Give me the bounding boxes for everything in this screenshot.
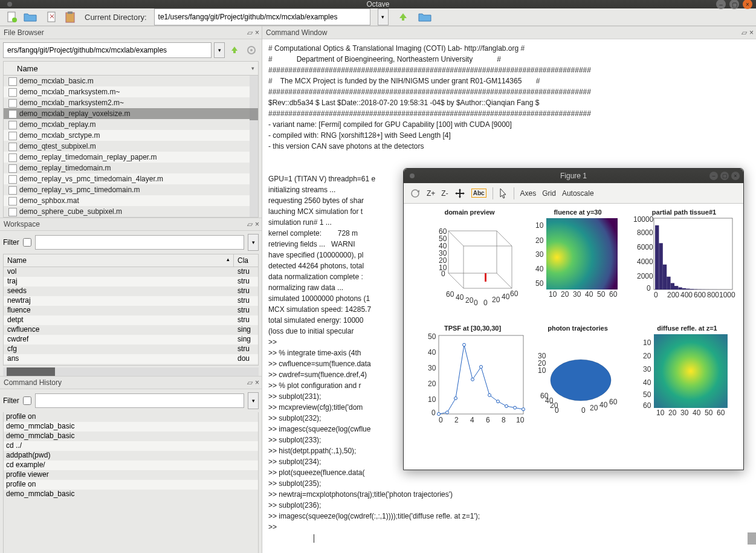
axes-button[interactable]: Axes [520,189,537,198]
workspace-header: Workspace ▱× [0,218,262,231]
figure-maximize-icon[interactable]: ▢ [720,172,729,180]
workspace-row[interactable]: trajstru [4,277,258,286]
figure-window[interactable]: Figure 1 – ▢ × Z+ Z- Abc Axes Grid Autos… [403,168,744,470]
file-list-scrollbar[interactable] [250,76,258,217]
path-up-icon[interactable] [227,43,242,57]
current-dir-input[interactable] [154,8,370,25]
text-icon[interactable]: Abc [471,189,486,198]
svg-text:400: 400 [680,291,693,299]
workspace-row[interactable]: volstru [4,267,258,277]
workspace-row[interactable]: detptstru [4,315,258,325]
grid-button[interactable]: Grid [542,189,556,198]
window-minimize-icon[interactable]: – [716,0,726,9]
file-row[interactable]: demo_mcxlab_basic.m [4,76,258,86]
dir-browse-icon[interactable] [418,10,432,24]
copy-icon[interactable] [45,10,59,24]
open-folder-icon[interactable] [23,10,37,24]
svg-text:60: 60 [643,401,651,410]
command-scrollbar[interactable] [748,39,756,553]
history-row[interactable]: profile viewer [4,470,258,480]
svg-text:6: 6 [486,416,490,424]
workspace-row[interactable]: cwdrefsing [4,335,258,344]
pane-close-icon[interactable]: × [749,28,754,37]
svg-text:0: 0 [474,299,478,306]
ws-col-class[interactable]: Cla [234,254,258,267]
workspace-row[interactable]: cwfluencesing [4,325,258,335]
path-dropdown-icon[interactable]: ▾ [214,42,225,58]
figure-minimize-icon[interactable]: – [709,172,718,180]
workspace-row[interactable]: cfgstru [4,344,258,354]
file-row[interactable]: demo_qtest_subpixel.m [4,141,258,152]
figure-titlebar[interactable]: Figure 1 – ▢ × [404,169,743,183]
paste-icon[interactable] [63,10,77,24]
history-row[interactable]: cd ../ [4,441,258,451]
hist-filter-checkbox[interactable] [23,396,31,405]
titlebar-dot-icon [7,2,12,7]
pane-undock-icon[interactable]: ▱ [247,378,253,387]
workspace-table-header[interactable]: Name Cla [3,254,259,267]
file-browser-path-input[interactable] [3,42,212,58]
window-maximize-icon[interactable]: ▢ [729,0,739,9]
history-row[interactable]: demo_mmclab_basic [4,422,258,432]
new-file-icon[interactable] [5,10,19,24]
file-row[interactable]: demo_replay_timedomain_replay_paper.m [4,152,258,163]
path-gear-icon[interactable] [244,43,259,57]
file-row[interactable]: demo_mcxlab_replay.m [4,119,258,130]
ws-filter-dropdown-icon[interactable]: ▾ [248,234,259,251]
pane-undock-icon[interactable]: ▱ [247,220,253,228]
window-close-icon[interactable]: × [743,0,752,9]
pointer-icon[interactable] [499,188,508,199]
file-row[interactable]: demo_replay_vs_pmc_timedomain_4layer.m [4,173,258,184]
history-row[interactable]: profile on [4,480,258,490]
svg-text:10: 10 [656,409,665,417]
file-list[interactable]: demo_mcxlab_basic.mdemo_mcxlab_marksyste… [3,76,259,218]
svg-text:60: 60 [609,398,618,406]
hist-filter-dropdown-icon[interactable]: ▾ [248,392,259,409]
history-row[interactable]: addpath(pwd) [4,451,258,461]
dir-dropdown-icon[interactable]: ▾ [378,8,389,25]
pane-undock-icon[interactable]: ▱ [741,28,747,37]
svg-point-81 [497,400,500,403]
pan-icon[interactable] [454,188,465,199]
autoscale-button[interactable]: Autoscale [562,189,594,198]
file-row[interactable]: demo_replay_timedomain.m [4,163,258,173]
history-row[interactable]: cd example/ [4,461,258,470]
rotate-icon[interactable] [410,188,421,199]
figure-title: Figure 1 [560,172,587,180]
svg-rect-6 [233,50,236,53]
ws-col-name[interactable]: Name [4,254,234,267]
svg-text:0: 0 [581,406,586,415]
zoom-in-button[interactable]: Z+ [427,189,435,198]
workspace-row[interactable]: newtrajstru [4,296,258,306]
history-row[interactable]: profile on [4,412,258,422]
workspace-title: Workspace [4,220,40,228]
pane-close-icon[interactable]: × [255,378,259,387]
workspace-row[interactable]: ansdou [4,354,258,364]
svg-point-8 [250,49,253,51]
history-row[interactable]: demo_mmclab_basic [4,432,258,441]
pane-undock-icon[interactable]: ▱ [247,28,253,37]
pane-close-icon[interactable]: × [255,220,259,228]
file-row[interactable]: demo_sphere_cube_subpixel.m [4,206,258,217]
ws-filter-checkbox[interactable] [23,238,31,247]
file-row[interactable]: demo_replay_vs_pmc_timedomain.m [4,184,258,195]
hist-filter-input[interactable] [35,393,244,408]
file-row[interactable]: demo_sphbox.mat [4,195,258,206]
history-list[interactable]: profile ondemo_mmclab_basicdemo_mmclab_b… [3,412,259,553]
file-row[interactable]: demo_mcxlab_marksystem2.m~ [4,97,258,108]
file-browser-pane: File Browser ▱× ▾ Name demo_mcxlab_basic… [0,26,262,218]
zoom-out-button[interactable]: Z- [441,189,448,198]
workspace-row[interactable]: fluencestru [4,306,258,315]
workspace-hscrollbar[interactable] [3,367,259,376]
file-browser-name-col[interactable]: Name [3,61,259,76]
file-row[interactable]: demo_mcxlab_marksystem.m~ [4,86,258,97]
pane-close-icon[interactable]: × [255,28,259,37]
ws-filter-input[interactable] [35,235,244,250]
dir-up-icon[interactable] [396,10,410,24]
file-row[interactable]: demo_mcxlab_srctype.m [4,130,258,141]
file-row[interactable]: demo_mcxlab_replay_voxelsize.m [4,108,258,119]
figure-close-icon[interactable]: × [731,172,740,180]
workspace-row[interactable]: seedsstru [4,286,258,296]
history-row[interactable]: demo_mmclab_basic [4,490,258,499]
workspace-list[interactable]: volstrutrajstruseedsstrunewtrajstrufluen… [3,267,259,366]
